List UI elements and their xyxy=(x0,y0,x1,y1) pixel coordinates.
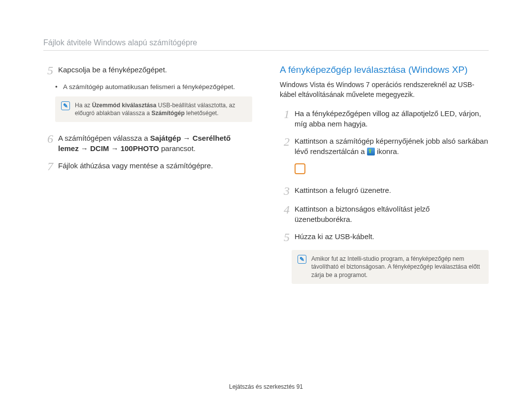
section-intro: Windows Vista és Windows 7 operációs ren… xyxy=(280,80,489,99)
bullet-item: • A számítógép automatikusan felismeri a… xyxy=(55,83,252,91)
note-text: Amikor fut az Intelli-studio program, a … xyxy=(311,255,483,279)
step-7: 7 Fájlok áthúzása vagy mentése a számító… xyxy=(43,160,252,172)
step-text: Kapcsolja be a fényképezőgépet. xyxy=(58,64,252,75)
xp-step-1: 1 Ha a fényképezőgépen villog az állapot… xyxy=(280,108,489,129)
step-text: Kattintson a felugró üzenetre. xyxy=(295,185,489,195)
xp-step-3: 3 Kattintson a felugró üzenetre. xyxy=(280,185,489,197)
step-text: Húzza ki az USB-kábelt. xyxy=(295,231,489,242)
step-6: 6 A számítógépen válassza a Sajátgép → C… xyxy=(43,133,252,154)
note-icon xyxy=(61,101,70,110)
step-text: Kattintson a biztonságos eltávolítást je… xyxy=(295,204,489,224)
page-header-title: Fájlok átvitele Windows alapú számítógép… xyxy=(43,38,197,47)
step-number: 7 xyxy=(43,160,53,172)
left-column: 5 Kapcsolja be a fényképezőgépet. • A sz… xyxy=(43,64,252,295)
xp-step-5: 5 Húzza ki az USB-kábelt. xyxy=(280,231,489,243)
page-header: Fájlok átvitele Windows alapú számítógép… xyxy=(43,38,489,51)
step-number: 5 xyxy=(280,231,290,243)
step-text: Ha a fényképezőgépen villog az állapotje… xyxy=(295,108,489,129)
two-column-layout: 5 Kapcsolja be a fényképezőgépet. • A sz… xyxy=(43,64,489,295)
note-icon xyxy=(298,255,306,264)
step-text: A számítógépen válassza a Sajátgép → Cse… xyxy=(58,133,252,154)
step-number: 3 xyxy=(280,185,290,197)
note-text: Ha az Üzemmód kiválasztása USB-beállítás… xyxy=(75,101,246,117)
system-tray-eject-icon xyxy=(367,148,375,155)
step-text: Fájlok áthúzása vagy mentése a számítógé… xyxy=(58,160,252,171)
step-number: 1 xyxy=(280,108,290,120)
footer-text: Lejátszás és szerkesztés 91 xyxy=(229,383,303,390)
step-number: 2 xyxy=(280,136,290,148)
step-number: 4 xyxy=(280,204,290,216)
step-number: 5 xyxy=(43,64,53,76)
note-box: Amikor fut az Intelli-studio program, a … xyxy=(292,250,489,284)
bullet-text: A számítógép automatikusan felismeri a f… xyxy=(63,83,235,91)
step-number: 6 xyxy=(43,133,53,145)
highlight-box-icon xyxy=(295,163,305,174)
section-title: A fényképezőgép leválasztása (Windows XP… xyxy=(280,64,489,75)
note-box: Ha az Üzemmód kiválasztása USB-beállítás… xyxy=(55,96,252,122)
xp-step-4: 4 Kattintson a biztonságos eltávolítást … xyxy=(280,204,489,224)
page-footer: Lejátszás és szerkesztés 91 xyxy=(0,383,532,390)
bullet-dot-icon: • xyxy=(55,83,59,91)
right-column: A fényképezőgép leválasztása (Windows XP… xyxy=(280,64,489,295)
step-text: Kattintson a számítógép képernyőjének jo… xyxy=(295,136,489,156)
xp-step-2: 2 Kattintson a számítógép képernyőjének … xyxy=(280,136,489,156)
manual-page: Fájlok átvitele Windows alapú számítógép… xyxy=(0,0,532,401)
step-5: 5 Kapcsolja be a fényképezőgépet. xyxy=(43,64,252,76)
